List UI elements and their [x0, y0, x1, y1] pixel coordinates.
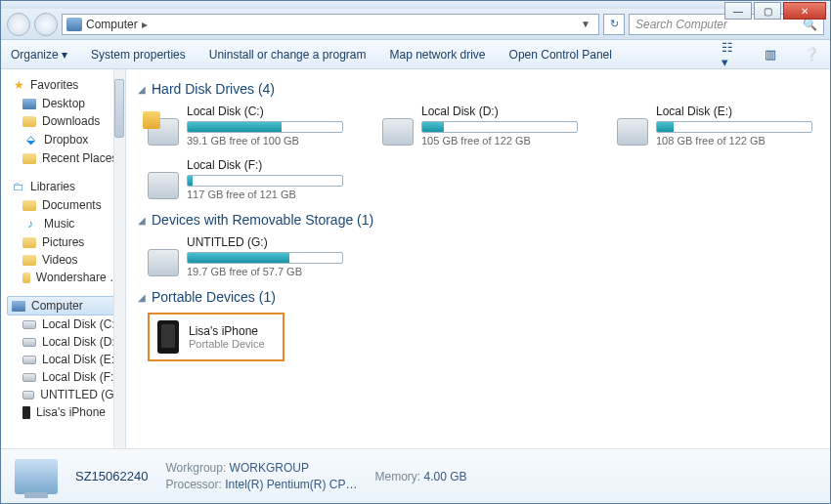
- address-location: Computer: [86, 18, 138, 31]
- portable-device-name: Lisa's iPhone: [189, 324, 265, 338]
- status-computer-name: SZ15062240: [75, 469, 148, 483]
- folder-icon: [22, 153, 36, 164]
- sidebar-item-documents[interactable]: Documents: [1, 196, 125, 214]
- drive-icon: [22, 356, 36, 364]
- sidebar-favorites-header[interactable]: ★ Favorites: [1, 75, 125, 95]
- nav-back-button[interactable]: [7, 13, 30, 36]
- content-pane: ◢ Hard Disk Drives (4) Local Disk (C:)39…: [126, 69, 830, 448]
- drive-icon: [22, 391, 34, 399]
- drive-item[interactable]: UNTITLED (G:)19.7 GB free of 57.7 GB: [148, 235, 343, 277]
- preview-pane-button[interactable]: ▥: [762, 46, 779, 63]
- collapse-icon: ◢: [138, 84, 146, 95]
- capacity-bar: [656, 121, 812, 133]
- computer-icon: [15, 459, 58, 494]
- status-workgroup-label: Workgroup:: [165, 461, 226, 475]
- portable-device-item[interactable]: Lisa's iPhone Portable Device: [148, 313, 284, 361]
- sidebar-item-music[interactable]: ♪Music: [1, 214, 125, 233]
- system-properties-button[interactable]: System properties: [91, 48, 186, 62]
- scrollbar-thumb[interactable]: [114, 79, 124, 138]
- sidebar-computer-header[interactable]: Computer: [7, 296, 121, 315]
- drive-item[interactable]: Local Disk (C:)39.1 GB free of 100 GB: [148, 105, 343, 147]
- open-control-panel-button[interactable]: Open Control Panel: [509, 48, 612, 62]
- sidebar-item-pictures[interactable]: Pictures: [1, 233, 125, 251]
- drive-name: Local Disk (C:): [187, 105, 343, 118]
- status-memory-label: Memory:: [375, 470, 421, 483]
- drive-icon: [148, 172, 179, 199]
- drive-item[interactable]: Local Disk (D:)105 GB free of 122 GB: [382, 105, 578, 147]
- drive-item[interactable]: Local Disk (F:)117 GB free of 121 GB: [148, 158, 343, 200]
- sidebar-item-downloads[interactable]: Downloads: [1, 112, 125, 130]
- search-placeholder: Search Computer: [635, 18, 727, 31]
- folder-icon: [22, 255, 36, 266]
- sidebar-item-desktop[interactable]: Desktop: [1, 95, 125, 112]
- drive-name: Local Disk (D:): [421, 105, 578, 118]
- minimize-button[interactable]: —: [724, 2, 752, 20]
- status-workgroup-value: WORKGROUP: [230, 461, 309, 475]
- sidebar-item-drive-f[interactable]: Local Disk (F:): [1, 368, 125, 386]
- drive-name: Local Disk (F:): [187, 158, 343, 172]
- address-dropdown[interactable]: ▼: [577, 19, 594, 29]
- drive-icon: [22, 320, 36, 329]
- drive-free-text: 117 GB free of 121 GB: [187, 189, 343, 200]
- libraries-icon: 🗀: [11, 179, 26, 194]
- drive-icon: [148, 249, 179, 276]
- help-button[interactable]: ❔: [803, 46, 820, 63]
- sidebar-item-drive-e[interactable]: Local Disk (E:): [1, 351, 125, 368]
- status-processor-label: Processor:: [165, 478, 221, 491]
- status-memory-value: 4.00 GB: [424, 470, 467, 483]
- navigation-sidebar: ★ Favorites Desktop Downloads ⬙Dropbox R…: [1, 69, 126, 448]
- capacity-bar: [187, 121, 343, 133]
- collapse-icon: ◢: [138, 292, 146, 303]
- titlebar: — ▢ ✕: [1, 1, 830, 9]
- organize-menu[interactable]: Organize ▾: [11, 48, 67, 62]
- sidebar-item-recent[interactable]: Recent Places: [1, 149, 125, 167]
- sidebar-item-dropbox[interactable]: ⬙Dropbox: [1, 130, 125, 149]
- drive-icon: [22, 373, 36, 382]
- sidebar-libraries-header[interactable]: 🗀 Libraries: [1, 177, 125, 196]
- drive-free-text: 19.7 GB free of 57.7 GB: [187, 266, 343, 277]
- sidebar-item-drive-d[interactable]: Local Disk (D:): [1, 333, 125, 351]
- status-bar: SZ15062240 Workgroup: WORKGROUP Processo…: [1, 448, 830, 503]
- refresh-button[interactable]: ↻: [603, 14, 625, 35]
- drive-item[interactable]: Local Disk (E:)108 GB free of 122 GB: [617, 105, 812, 147]
- sidebar-item-drive-c[interactable]: Local Disk (C:): [1, 315, 125, 333]
- sidebar-item-videos[interactable]: Videos: [1, 251, 125, 269]
- sidebar-item-drive-g[interactable]: UNTITLED (G:): [1, 386, 125, 403]
- close-button[interactable]: ✕: [783, 2, 826, 20]
- sidebar-item-wondershare[interactable]: Wondershare …: [1, 269, 125, 286]
- folder-icon: [22, 273, 30, 283]
- drive-free-text: 39.1 GB free of 100 GB: [187, 135, 343, 147]
- capacity-bar: [187, 175, 343, 187]
- nav-forward-button[interactable]: [34, 13, 58, 36]
- status-processor-value: Intel(R) Pentium(R) CP…: [225, 478, 357, 491]
- drive-icon: [617, 118, 648, 146]
- sidebar-scrollbar[interactable]: [113, 69, 125, 448]
- desktop-icon: [22, 99, 36, 109]
- address-bar[interactable]: Computer ▸ ▼: [62, 14, 599, 35]
- uninstall-program-button[interactable]: Uninstall or change a program: [209, 48, 367, 62]
- folder-icon: [22, 200, 36, 211]
- drive-icon: [382, 118, 414, 146]
- map-network-drive-button[interactable]: Map network drive: [390, 48, 486, 62]
- music-icon: ♪: [22, 216, 38, 231]
- toolbar: Organize ▾ System properties Uninstall o…: [1, 40, 830, 69]
- drive-icon: [22, 338, 36, 347]
- dropbox-icon: ⬙: [22, 132, 38, 147]
- drive-icon: [148, 118, 179, 146]
- collapse-icon: ◢: [138, 215, 146, 226]
- chevron-right-icon: ▸: [138, 18, 152, 31]
- view-options-button[interactable]: ☷ ▾: [721, 46, 738, 63]
- drive-name: UNTITLED (G:): [187, 235, 343, 249]
- phone-icon: [157, 320, 179, 354]
- folder-icon: [22, 237, 36, 248]
- computer-icon: [66, 18, 82, 31]
- computer-icon: [12, 301, 25, 312]
- section-removable-storage[interactable]: ◢ Devices with Removable Storage (1): [138, 212, 818, 228]
- capacity-bar: [187, 252, 343, 264]
- section-hard-disk-drives[interactable]: ◢ Hard Disk Drives (4): [138, 81, 818, 97]
- capacity-bar: [421, 121, 578, 133]
- maximize-button[interactable]: ▢: [754, 2, 781, 20]
- drive-name: Local Disk (E:): [656, 105, 812, 118]
- section-portable-devices[interactable]: ◢ Portable Devices (1): [138, 289, 818, 305]
- sidebar-item-iphone[interactable]: Lisa's iPhone: [1, 403, 125, 421]
